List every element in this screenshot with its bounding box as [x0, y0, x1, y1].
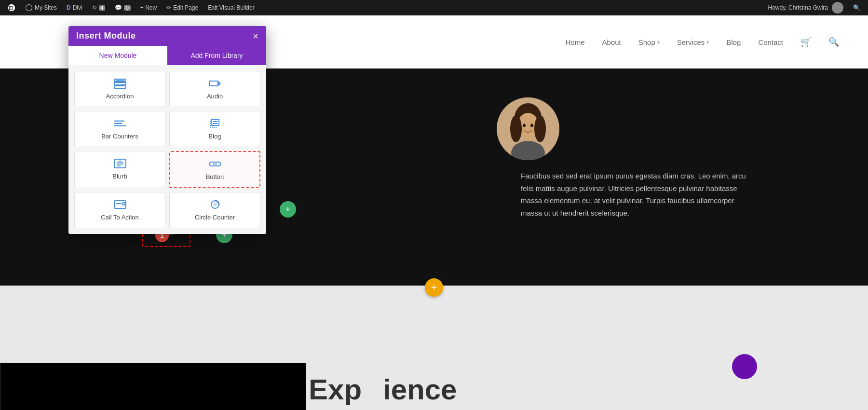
svg-rect-22	[114, 125, 126, 126]
module-accordion[interactable]: Accordion	[74, 71, 165, 107]
nav-blog[interactable]: Blog	[726, 38, 741, 46]
revisions-link[interactable]: ↻ 4	[88, 0, 109, 15]
svg-rect-13	[114, 86, 126, 88]
svg-point-29	[119, 160, 121, 162]
hero-body-text: Faucibus sed sed erat ipsum purus egesta…	[521, 170, 752, 219]
svg-point-10	[530, 124, 533, 127]
panel-tabs: New Module Add From Library	[68, 46, 266, 65]
module-blurb[interactable]: Blurb	[74, 151, 165, 188]
nav-services[interactable]: Services ▾	[677, 38, 709, 46]
left-partial-box	[0, 363, 306, 410]
audio-label: Audio	[207, 93, 223, 100]
avatar-image	[497, 97, 559, 160]
module-circle-counter[interactable]: Circle Counter	[169, 192, 260, 228]
audio-icon	[208, 78, 222, 89]
search-icon[interactable]: 🔍	[828, 37, 839, 47]
svg-rect-15	[209, 81, 218, 86]
admin-search[interactable]: 🔍	[849, 0, 864, 15]
svg-marker-16	[218, 81, 221, 86]
bar-counters-label: Bar Counters	[101, 133, 138, 140]
svg-text:⊞: ⊞	[9, 5, 13, 11]
svg-rect-34	[122, 203, 125, 205]
blog-label: Blog	[208, 133, 221, 140]
svg-point-5	[510, 115, 522, 142]
nav-about[interactable]: About	[602, 38, 621, 46]
blog-icon	[208, 118, 222, 129]
admin-bar: ⊞ My Sites D Divi ↻ 4 💬 0 + New ✏ Edit P…	[0, 0, 868, 15]
insert-module-panel: Insert Module × New Module Add From Libr…	[68, 26, 266, 234]
tab-new-module[interactable]: New Module	[68, 46, 167, 65]
module-audio[interactable]: Audio	[169, 71, 260, 107]
divi-link[interactable]: D Divi	[63, 0, 86, 15]
nav-contact[interactable]: Contact	[758, 38, 783, 46]
lower-section: Expience	[0, 286, 868, 410]
call-to-action-icon	[113, 199, 127, 210]
module-call-to-action[interactable]: Call To Action	[74, 192, 165, 228]
avatar	[497, 97, 559, 160]
my-sites-link[interactable]: My Sites	[21, 0, 61, 15]
user-greeting[interactable]: Howdy, Christina Gwira	[764, 0, 847, 15]
circle-counter-label: Circle Counter	[195, 214, 235, 221]
call-to-action-label: Call To Action	[101, 214, 139, 221]
svg-point-6	[534, 115, 546, 142]
blurb-icon	[113, 158, 127, 169]
bar-counters-icon	[113, 118, 127, 129]
blurb-label: Blurb	[112, 173, 127, 180]
services-chevron-icon: ▾	[706, 40, 709, 45]
nav-shop[interactable]: Shop ▾	[638, 38, 660, 46]
site-nav: Home About Shop ▾ Services ▾ Blog Contac…	[565, 37, 839, 47]
accordion-icon	[113, 78, 127, 89]
module-grid: Accordion Audio	[74, 71, 260, 228]
svg-point-9	[523, 124, 526, 127]
edit-page-button[interactable]: ✏ Edit Page	[163, 0, 202, 15]
experience-text: Expience	[309, 373, 457, 406]
wp-logo[interactable]: ⊞	[4, 0, 19, 15]
panel-header: Insert Module ×	[68, 26, 266, 46]
tab-add-from-library[interactable]: Add From Library	[167, 46, 266, 65]
button-icon	[208, 159, 222, 169]
section-add-green-button[interactable]: +	[280, 201, 296, 218]
cart-icon[interactable]: 🛒	[800, 37, 811, 47]
page-wrapper: Home About Shop ▾ Services ▾ Blog Contac…	[0, 15, 868, 410]
exit-vb-button[interactable]: Exit Visual Builder	[204, 0, 258, 15]
experience-bubble	[732, 354, 757, 379]
new-button[interactable]: + New	[136, 0, 161, 15]
module-blog[interactable]: Blog	[169, 111, 260, 147]
panel-body: Accordion Audio	[68, 65, 266, 234]
svg-point-36	[214, 203, 217, 206]
module-button[interactable]: Button	[169, 151, 260, 188]
panel-close-button[interactable]: ×	[253, 31, 258, 41]
add-row-button[interactable]: +	[425, 278, 443, 297]
svg-rect-21	[114, 123, 122, 124]
svg-rect-20	[114, 120, 124, 122]
accordion-label: Accordion	[106, 93, 134, 100]
shop-chevron-icon: ▾	[657, 40, 660, 45]
module-bar-counters[interactable]: Bar Counters	[74, 111, 165, 147]
nav-home[interactable]: Home	[565, 38, 584, 46]
comments-link[interactable]: 💬 0	[111, 0, 135, 15]
circle-counter-icon	[208, 199, 222, 210]
panel-title: Insert Module	[76, 31, 136, 41]
svg-rect-12	[114, 82, 126, 85]
button-label: Button	[206, 173, 224, 180]
